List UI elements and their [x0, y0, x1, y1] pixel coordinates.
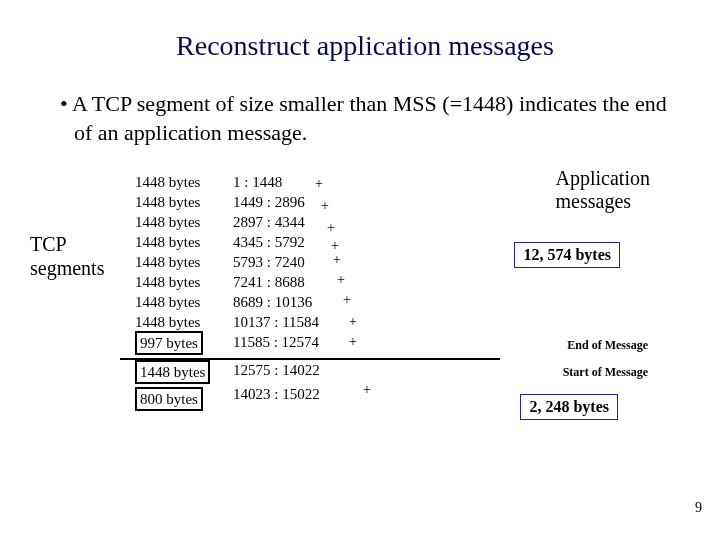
app-label-line1: Application [556, 167, 650, 189]
range-9: 12575 : 14022 [233, 362, 320, 378]
range-4: 5793 : 7240 [233, 254, 305, 270]
range-1: 1449 : 2896 [233, 194, 305, 210]
plus-icon: + [337, 270, 345, 290]
seg-4: 1448 bytes [135, 252, 210, 272]
plus-icon: + [333, 250, 341, 270]
range-6: 8689 : 10136 [233, 294, 312, 310]
seg-10-end-marker: 800 bytes [135, 387, 203, 411]
seg-2: 1448 bytes [135, 212, 210, 232]
seg-7: 1448 bytes [135, 312, 210, 332]
seg-6: 1448 bytes [135, 292, 210, 312]
range-5: 7241 : 8688 [233, 274, 305, 290]
range-8: 11585 : 12574 [233, 334, 319, 350]
plus-icon: + [343, 290, 351, 310]
diagram-area: TCP segments 1448 bytes 1448 bytes 1448 … [50, 172, 680, 452]
range-2: 2897 : 4344 [233, 214, 305, 230]
range-3: 4345 : 5792 [233, 234, 305, 250]
tcp-segments-label: TCP segments [30, 232, 104, 280]
seg-1: 1448 bytes [135, 192, 210, 212]
byte-ranges-column: 1 : 1448+ 1449 : 2896+ 2897 : 4344+ 4345… [233, 172, 320, 404]
start-of-message-label: Start of Message [563, 365, 648, 380]
slide-title: Reconstruct application messages [50, 30, 680, 62]
seg-8-end-marker: 997 bytes [135, 331, 203, 355]
bullet-text: A TCP segment of size smaller than MSS (… [50, 90, 680, 147]
plus-icon: + [315, 174, 323, 194]
tcp-label-line1: TCP [30, 233, 67, 255]
page-number: 9 [695, 500, 702, 516]
range-0: 1 : 1448 [233, 174, 282, 190]
segment-sizes-column: 1448 bytes 1448 bytes 1448 bytes 1448 by… [135, 172, 210, 411]
end-of-message-label: End of Message [567, 338, 648, 353]
seg-9-start-marker: 1448 bytes [135, 360, 210, 384]
plus-icon: + [349, 332, 357, 352]
plus-icon: + [363, 380, 371, 400]
plus-icon: + [349, 312, 357, 332]
tcp-label-line2: segments [30, 257, 104, 279]
app-label-line2: messages [556, 190, 632, 212]
application-messages-label: Application messages [556, 167, 650, 213]
seg-3: 1448 bytes [135, 232, 210, 252]
message-2-size-box: 2, 248 bytes [520, 394, 618, 420]
range-7: 10137 : 11584 [233, 314, 319, 330]
range-10: 14023 : 15022 [233, 386, 320, 402]
plus-icon: + [327, 218, 335, 238]
seg-5: 1448 bytes [135, 272, 210, 292]
plus-icon: + [321, 196, 329, 216]
seg-0: 1448 bytes [135, 172, 210, 192]
message-divider-line [120, 358, 500, 360]
message-1-size-box: 12, 574 bytes [514, 242, 620, 268]
